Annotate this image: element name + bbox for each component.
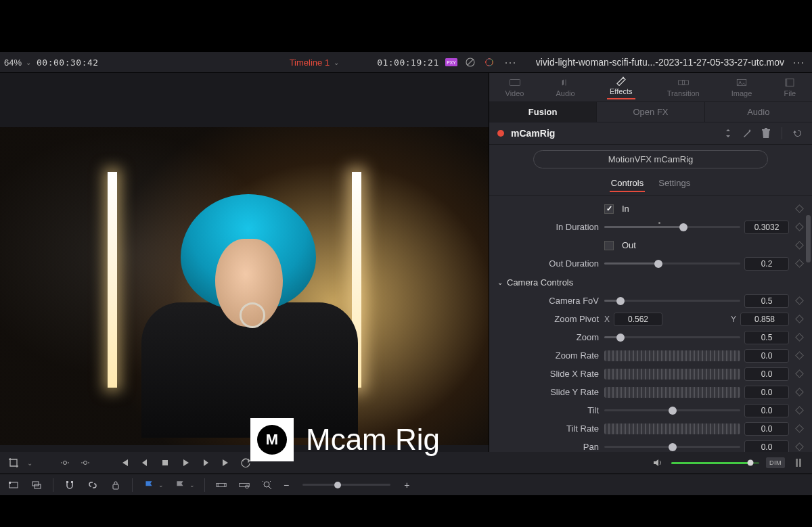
viewer-options-icon[interactable]: ⋯ bbox=[504, 55, 517, 70]
tab-image[interactable]: Image bbox=[731, 77, 752, 97]
tab-transition[interactable]: Transition bbox=[667, 77, 700, 97]
proxy-badge-icon[interactable]: PXY bbox=[445, 55, 458, 69]
collapse-updown-icon[interactable] bbox=[722, 127, 734, 139]
zoom-dropdown-icon[interactable]: ⌄ bbox=[26, 59, 31, 66]
magic-wand-icon[interactable] bbox=[741, 127, 753, 139]
in-duration-slider[interactable] bbox=[604, 226, 740, 228]
keyframe-diamond-icon[interactable] bbox=[794, 351, 804, 361]
zoom-percent[interactable]: 64% bbox=[4, 58, 22, 68]
snap-magnet-icon[interactable] bbox=[63, 479, 76, 491]
zoom-field[interactable]: 0.5 bbox=[744, 331, 789, 344]
in-duration-field[interactable]: 0.3032 bbox=[744, 221, 789, 234]
keyframe-diamond-icon[interactable] bbox=[794, 442, 804, 452]
flag-gray-icon[interactable] bbox=[173, 479, 187, 491]
next-marker-icon[interactable] bbox=[78, 456, 92, 469]
viewer-frame[interactable] bbox=[0, 127, 489, 445]
section-camera-controls[interactable]: ⌄Camera Controls bbox=[497, 273, 804, 292]
in-checkbox[interactable] bbox=[604, 204, 614, 214]
subtab-audio[interactable]: Audio bbox=[704, 102, 812, 122]
bypass-fx-icon[interactable] bbox=[464, 55, 477, 69]
keyframe-diamond-icon[interactable] bbox=[794, 424, 804, 434]
inspector-scrollbar[interactable] bbox=[806, 215, 811, 411]
keyframe-diamond-icon[interactable] bbox=[794, 241, 804, 250]
keyframe-diamond-icon[interactable] bbox=[794, 333, 804, 342]
zoom-pivot-x-field[interactable]: 0.562 bbox=[614, 313, 662, 326]
out-duration-field[interactable]: 0.2 bbox=[744, 257, 789, 271]
keyframe-diamond-icon[interactable] bbox=[794, 296, 804, 306]
tilt-rate-field[interactable]: 0.0 bbox=[744, 422, 789, 436]
zoom-out-button[interactable]: − bbox=[284, 480, 289, 490]
inspector-options-icon[interactable]: ⋯ bbox=[792, 55, 805, 70]
zoom-pivot-y-field[interactable]: 0.858 bbox=[740, 313, 789, 326]
speaker-icon[interactable] bbox=[651, 456, 664, 469]
lock-icon[interactable] bbox=[109, 479, 122, 491]
zoom-to-fit-icon[interactable] bbox=[261, 479, 274, 491]
slide-y-rate-field[interactable]: 0.0 bbox=[744, 386, 789, 399]
source-timecode[interactable]: 00:00:30:42 bbox=[37, 58, 99, 68]
camera-fov-slider[interactable] bbox=[604, 300, 740, 302]
loop-icon[interactable] bbox=[240, 456, 253, 469]
zoom-rate-field[interactable]: 0.0 bbox=[744, 349, 789, 363]
color-wheel-icon[interactable] bbox=[482, 55, 496, 69]
zoom-rate-jog[interactable] bbox=[604, 350, 740, 361]
meters-icon[interactable] bbox=[792, 456, 805, 469]
go-end-icon[interactable] bbox=[219, 456, 233, 469]
keyframe-diamond-icon[interactable] bbox=[794, 388, 804, 397]
flag-blue-icon[interactable] bbox=[142, 479, 156, 491]
stack-tool-icon[interactable] bbox=[30, 479, 43, 491]
subtab-openfx[interactable]: Open FX bbox=[596, 102, 704, 122]
tab-file[interactable]: File bbox=[784, 77, 796, 97]
tab-audio[interactable]: Audio bbox=[556, 77, 575, 97]
keyframe-diamond-icon[interactable] bbox=[794, 369, 804, 379]
step-fwd-icon[interactable] bbox=[199, 456, 212, 469]
keyframe-diamond-icon[interactable] bbox=[794, 259, 804, 269]
range-full-icon[interactable] bbox=[215, 479, 228, 491]
tilt-rate-jog[interactable] bbox=[604, 423, 740, 434]
pan-field[interactable]: 0.0 bbox=[744, 440, 789, 452]
zoom-pivot-label: Zoom Pivot bbox=[497, 314, 599, 324]
slide-y-rate-jog[interactable] bbox=[604, 387, 740, 398]
stop-icon[interactable] bbox=[158, 456, 172, 469]
trash-icon[interactable] bbox=[760, 127, 772, 139]
pan-slider[interactable] bbox=[604, 446, 740, 448]
tilt-field[interactable]: 0.0 bbox=[744, 404, 789, 417]
timeline-dropdown-icon[interactable]: ⌄ bbox=[334, 59, 339, 66]
dim-button[interactable]: DIM bbox=[766, 457, 785, 468]
prev-marker-icon[interactable] bbox=[58, 456, 72, 469]
effect-title-pill[interactable]: MotionVFX mCamRig bbox=[533, 150, 769, 168]
subtab-fusion[interactable]: Fusion bbox=[489, 102, 596, 122]
tab-video[interactable]: Video bbox=[505, 77, 524, 97]
camera-fov-field[interactable]: 0.5 bbox=[744, 294, 789, 308]
step-back-icon[interactable] bbox=[138, 456, 152, 469]
slide-x-rate-field[interactable]: 0.0 bbox=[744, 367, 789, 381]
keyframe-diamond-icon[interactable] bbox=[794, 204, 804, 214]
innertab-controls[interactable]: Controls bbox=[610, 175, 645, 192]
flag2-dropdown-icon[interactable]: ⌄ bbox=[189, 482, 195, 488]
out-duration-slider[interactable] bbox=[604, 262, 740, 265]
flag-dropdown-icon[interactable]: ⌄ bbox=[158, 482, 164, 488]
go-start-icon[interactable] bbox=[118, 456, 131, 469]
innertab-settings[interactable]: Settings bbox=[657, 175, 692, 192]
tilt-slider[interactable] bbox=[604, 409, 740, 411]
timeline-zoom-slider[interactable] bbox=[302, 484, 390, 486]
zoom-slider[interactable] bbox=[604, 336, 740, 338]
crop-icon[interactable] bbox=[7, 456, 20, 469]
range-detail-icon[interactable] bbox=[238, 479, 251, 491]
crop-dropdown-icon[interactable]: ⌄ bbox=[27, 459, 32, 467]
out-checkbox[interactable] bbox=[604, 241, 614, 250]
selection-tool-icon[interactable] bbox=[7, 479, 20, 491]
record-timecode[interactable]: 01:00:19:21 bbox=[377, 58, 439, 68]
program-viewer[interactable] bbox=[0, 73, 489, 452]
play-icon[interactable] bbox=[179, 456, 192, 469]
effect-enable-dot[interactable] bbox=[497, 130, 504, 137]
tab-effects[interactable]: Effects bbox=[607, 75, 635, 99]
slide-x-rate-jog[interactable] bbox=[604, 369, 740, 380]
zoom-in-button[interactable]: + bbox=[404, 480, 409, 490]
keyframe-diamond-icon[interactable] bbox=[794, 223, 804, 232]
volume-slider[interactable] bbox=[671, 462, 759, 464]
reset-icon[interactable] bbox=[792, 127, 804, 139]
timeline-name[interactable]: Timeline 1 bbox=[290, 58, 330, 68]
keyframe-diamond-icon[interactable] bbox=[794, 406, 804, 415]
keyframe-diamond-icon[interactable] bbox=[794, 315, 804, 324]
link-icon[interactable] bbox=[86, 479, 99, 491]
